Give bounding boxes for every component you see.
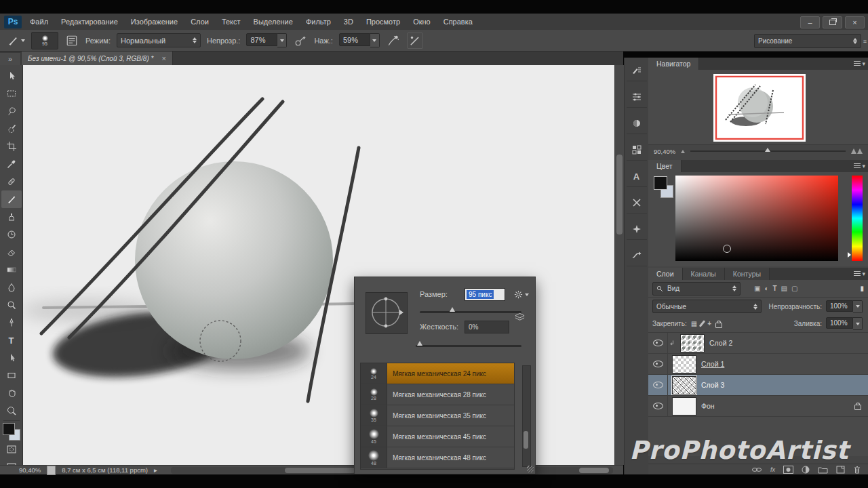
color-swatches[interactable] xyxy=(3,423,20,441)
foreground-color-swatch[interactable] xyxy=(3,423,15,435)
quick-selection-tool[interactable] xyxy=(1,120,22,138)
layer-name[interactable]: Слой 1 xyxy=(701,360,724,368)
brush-list-scroll-thumb[interactable] xyxy=(524,431,528,449)
hardness-slider-thumb[interactable] xyxy=(417,341,422,346)
fill-dropdown-button[interactable] xyxy=(853,317,863,330)
horizontal-scroll-thumb[interactable] xyxy=(285,468,355,473)
menu-3d[interactable]: 3D xyxy=(344,18,353,26)
menu-view[interactable]: Просмотр xyxy=(366,18,400,26)
panel-menu-button[interactable]: ▾ xyxy=(854,163,865,169)
zoom-in-icon[interactable] xyxy=(851,148,863,154)
menu-layers[interactable]: Слои xyxy=(191,18,209,26)
layer-filter-select[interactable]: Вид xyxy=(652,282,741,296)
lock-position-icon[interactable]: + xyxy=(707,321,711,327)
layer-blend-mode-select[interactable]: Обычные xyxy=(652,300,762,313)
hue-slider-marker[interactable] xyxy=(848,252,851,258)
layer-thumbnail[interactable] xyxy=(672,355,696,373)
layer-name[interactable]: Слой 3 xyxy=(701,381,724,389)
toggle-brush-panel-button[interactable] xyxy=(64,33,79,48)
zoom-out-icon[interactable] xyxy=(681,150,685,153)
hand-tool[interactable] xyxy=(1,384,22,402)
zoom-tool[interactable] xyxy=(1,402,22,420)
new-adjustment-icon[interactable] xyxy=(802,466,810,474)
opacity-dropdown-button[interactable] xyxy=(277,33,287,47)
layer-name[interactable]: Фон xyxy=(701,402,715,410)
lock-transparency-icon[interactable]: ▦ xyxy=(691,321,697,327)
filter-smart-objects-icon[interactable]: ▢ xyxy=(791,285,797,292)
panel-patterns[interactable] xyxy=(627,140,647,161)
filter-shape-layers-icon[interactable]: ▤ xyxy=(781,285,787,292)
tab-close-icon[interactable]: × xyxy=(161,54,165,62)
document-tab[interactable]: Без имени-1 @ 90,5% (Слой 3, RGB/8) * × xyxy=(22,52,173,65)
menu-help[interactable]: Справка xyxy=(443,18,473,26)
marquee-tool[interactable] xyxy=(1,85,22,102)
panel-color-swatches[interactable] xyxy=(654,176,674,199)
type-tool[interactable]: T xyxy=(1,331,22,349)
opacity-control[interactable]: 87% xyxy=(246,33,287,47)
new-layer-icon[interactable] xyxy=(836,466,845,474)
tab-paths[interactable]: Контуры xyxy=(725,268,770,280)
visibility-toggle[interactable] xyxy=(648,396,668,416)
menu-image[interactable]: Изображение xyxy=(131,18,178,26)
gradient-tool[interactable] xyxy=(1,261,22,279)
visibility-toggle[interactable] xyxy=(648,354,668,374)
path-selection-tool[interactable] xyxy=(1,349,22,367)
vertical-scrollbar[interactable] xyxy=(614,65,624,465)
brush-size-input[interactable]: 95 пикс xyxy=(465,288,505,301)
minimize-button[interactable]: – xyxy=(800,16,820,28)
layer-name[interactable]: Слой 2 xyxy=(709,339,732,347)
flow-control[interactable]: 59% xyxy=(339,33,380,47)
navigator-zoom-slider[interactable] xyxy=(690,150,846,152)
filter-adjustment-layers-icon[interactable]: ◐ xyxy=(764,285,768,292)
panel-paths[interactable] xyxy=(627,245,647,266)
brush-preset-row[interactable]: 48 Мягкая механическая 48 пикс xyxy=(361,447,514,468)
filter-toggle-icon[interactable]: ▮ xyxy=(860,285,864,292)
flow-value[interactable]: 59% xyxy=(339,33,370,46)
layer-fill-value[interactable]: 100% xyxy=(826,317,853,329)
new-group-icon[interactable] xyxy=(818,466,828,474)
panel-menu-button[interactable]: ▾ xyxy=(854,270,865,277)
layer-row-3-selected[interactable]: Слой 3 xyxy=(648,375,868,396)
saturation-brightness-field[interactable] xyxy=(675,176,838,261)
lasso-tool[interactable] xyxy=(1,102,22,120)
pen-tool[interactable] xyxy=(1,314,22,331)
brush-angle-preview[interactable] xyxy=(366,292,408,334)
dodge-tool[interactable] xyxy=(1,296,22,314)
panel-styles[interactable] xyxy=(627,219,647,240)
menu-filter[interactable]: Фильтр xyxy=(306,18,331,26)
flow-dropdown-button[interactable] xyxy=(370,33,380,47)
tab-navigator[interactable]: Навигатор xyxy=(648,58,699,70)
filter-pixel-layers-icon[interactable]: ▣ xyxy=(754,285,760,292)
layer-style-icon[interactable]: fx xyxy=(770,466,775,473)
eraser-tool[interactable] xyxy=(1,243,22,261)
toolbar-collapse-button[interactable]: » xyxy=(0,53,20,65)
blend-mode-select[interactable]: Нормальный xyxy=(117,33,201,47)
brush-panel-shortcut-button[interactable] xyxy=(515,312,525,325)
layer-row-2[interactable]: ↳ Слой 2 xyxy=(648,333,868,354)
status-expand-icon[interactable]: ▸ xyxy=(154,466,157,474)
pressure-opacity-button[interactable] xyxy=(293,33,308,48)
brush-list-scrollbar[interactable] xyxy=(522,365,531,467)
options-panel-menu-icon[interactable]: ≡ xyxy=(863,38,867,45)
brush-tool[interactable] xyxy=(1,190,22,208)
layer-fill-control[interactable]: 100% xyxy=(826,317,863,330)
visibility-toggle[interactable] xyxy=(648,333,668,353)
close-button[interactable]: × xyxy=(845,16,865,28)
panel-brush-presets[interactable] xyxy=(627,60,647,81)
vertical-scroll-thumb[interactable] xyxy=(616,155,623,235)
clone-stamp-tool[interactable] xyxy=(1,208,22,226)
delete-layer-icon[interactable] xyxy=(853,466,861,474)
brush-preset-row-selected[interactable]: 24 Мягкая механическая 24 пикс xyxy=(361,363,514,384)
color-picker-marker[interactable] xyxy=(723,245,731,253)
workspace-select[interactable]: Рисование xyxy=(754,34,861,48)
hardness-slider[interactable] xyxy=(416,345,521,347)
tab-channels[interactable]: Каналы xyxy=(683,268,725,280)
status-zoom[interactable]: 90,40% xyxy=(19,466,41,474)
panel-menu-button[interactable]: ▾ xyxy=(854,60,865,67)
quick-mask-button[interactable] xyxy=(1,441,22,458)
shape-tool[interactable] xyxy=(1,367,22,384)
hardness-input[interactable]: 0% xyxy=(465,321,509,333)
add-mask-icon[interactable] xyxy=(783,466,793,474)
lock-all-icon[interactable] xyxy=(715,323,722,328)
layer-thumbnail[interactable] xyxy=(680,334,705,352)
